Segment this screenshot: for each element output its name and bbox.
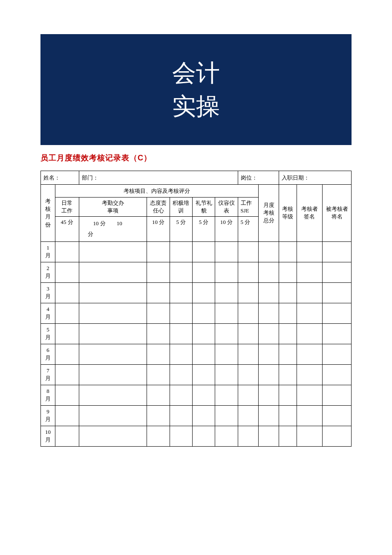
data-cell bbox=[147, 262, 170, 282]
month-cell: 9月 bbox=[41, 405, 55, 426]
data-cell bbox=[147, 344, 170, 364]
data-cell bbox=[279, 282, 297, 303]
data-cell bbox=[192, 323, 215, 344]
col-appearance-header: 仪容仪表 bbox=[215, 198, 238, 217]
score-sje: 5 分 bbox=[238, 217, 258, 241]
month-cell: 10月 bbox=[41, 426, 55, 446]
data-cell bbox=[55, 344, 79, 364]
data-cell bbox=[238, 405, 258, 426]
data-cell bbox=[147, 241, 170, 262]
table-row: 5月 bbox=[41, 323, 352, 344]
data-cell bbox=[258, 262, 279, 282]
data-cell bbox=[170, 323, 192, 344]
data-cell bbox=[279, 241, 297, 262]
table-row: 1月 bbox=[41, 241, 352, 262]
data-cell bbox=[192, 241, 215, 262]
data-cell bbox=[79, 344, 147, 364]
data-cell bbox=[323, 426, 352, 446]
data-cell bbox=[215, 426, 238, 446]
month-cell: 1月 bbox=[41, 241, 55, 262]
score-attend: 10 分 10分 bbox=[79, 217, 147, 241]
data-cell bbox=[170, 344, 192, 364]
data-cell bbox=[192, 405, 215, 426]
col-daily-header: 日常工作 bbox=[55, 198, 79, 217]
data-cell bbox=[147, 323, 170, 344]
banner-line-2: 实操 bbox=[172, 90, 220, 123]
data-cell bbox=[192, 385, 215, 405]
data-cell bbox=[238, 385, 258, 405]
assessment-table: 姓名： 部门： 岗位： 入职日期： 考核月份 考核项目、内容及考核评分 月度考核… bbox=[40, 171, 352, 447]
data-cell bbox=[215, 364, 238, 385]
data-cell bbox=[170, 426, 192, 446]
table-row: 4月 bbox=[41, 303, 352, 323]
data-cell bbox=[192, 262, 215, 282]
data-cell bbox=[170, 282, 192, 303]
data-cell bbox=[323, 364, 352, 385]
data-cell bbox=[258, 405, 279, 426]
data-cell bbox=[323, 282, 352, 303]
data-cell bbox=[215, 405, 238, 426]
data-cell bbox=[258, 426, 279, 446]
dept-label: 部门： bbox=[79, 171, 238, 185]
data-cell bbox=[170, 303, 192, 323]
data-cell bbox=[215, 303, 238, 323]
data-cell bbox=[279, 426, 297, 446]
data-cell bbox=[323, 262, 352, 282]
data-cell bbox=[279, 385, 297, 405]
data-cell bbox=[238, 282, 258, 303]
table-row: 7月 bbox=[41, 364, 352, 385]
data-cell bbox=[258, 344, 279, 364]
col-signee-header: 被考核者将名 bbox=[323, 185, 352, 242]
col-total-header: 月度考核总分 bbox=[258, 185, 279, 242]
month-cell: 6月 bbox=[41, 344, 55, 364]
col-month-header: 考核月份 bbox=[41, 185, 55, 242]
data-cell bbox=[147, 282, 170, 303]
data-cell bbox=[297, 344, 323, 364]
data-cell bbox=[192, 282, 215, 303]
col-training-header: 积极培训 bbox=[170, 198, 192, 217]
data-cell bbox=[297, 426, 323, 446]
data-cell bbox=[215, 262, 238, 282]
data-cell bbox=[192, 364, 215, 385]
data-cell bbox=[55, 385, 79, 405]
data-cell bbox=[170, 241, 192, 262]
data-cell bbox=[238, 426, 258, 446]
data-cell bbox=[258, 303, 279, 323]
data-cell bbox=[55, 323, 79, 344]
data-cell bbox=[323, 405, 352, 426]
data-cell bbox=[238, 344, 258, 364]
data-cell bbox=[279, 303, 297, 323]
data-cell bbox=[170, 405, 192, 426]
data-cell bbox=[297, 262, 323, 282]
data-cell bbox=[238, 303, 258, 323]
col-signer-header: 考核者签名 bbox=[297, 185, 323, 242]
position-label: 岗位： bbox=[238, 171, 279, 185]
banner-line-1: 会计 bbox=[172, 56, 220, 90]
month-cell: 8月 bbox=[41, 385, 55, 405]
data-cell bbox=[147, 405, 170, 426]
data-cell bbox=[55, 405, 79, 426]
data-cell bbox=[170, 385, 192, 405]
month-cell: 2月 bbox=[41, 262, 55, 282]
data-cell bbox=[215, 282, 238, 303]
data-cell bbox=[215, 344, 238, 364]
data-cell bbox=[79, 323, 147, 344]
data-cell bbox=[170, 364, 192, 385]
data-cell bbox=[55, 241, 79, 262]
header-row-1: 考核月份 考核项目、内容及考核评分 月度考核总分 考核等级 考核者签名 被考核者… bbox=[41, 185, 352, 198]
data-cell bbox=[147, 364, 170, 385]
month-cell: 3月 bbox=[41, 282, 55, 303]
score-appearance: 10 分 bbox=[215, 217, 238, 241]
table-row: 3月 bbox=[41, 282, 352, 303]
data-cell bbox=[79, 282, 147, 303]
col-etiquette-header: 礼节礼貌 bbox=[192, 198, 215, 217]
data-cell bbox=[297, 323, 323, 344]
data-cell bbox=[79, 262, 147, 282]
table-row: 10月 bbox=[41, 426, 352, 446]
month-cell: 4月 bbox=[41, 303, 55, 323]
data-cell bbox=[297, 303, 323, 323]
data-cell bbox=[147, 303, 170, 323]
hire-date-label: 入职日期： bbox=[279, 171, 352, 185]
month-cell: 7月 bbox=[41, 364, 55, 385]
data-cell bbox=[192, 344, 215, 364]
